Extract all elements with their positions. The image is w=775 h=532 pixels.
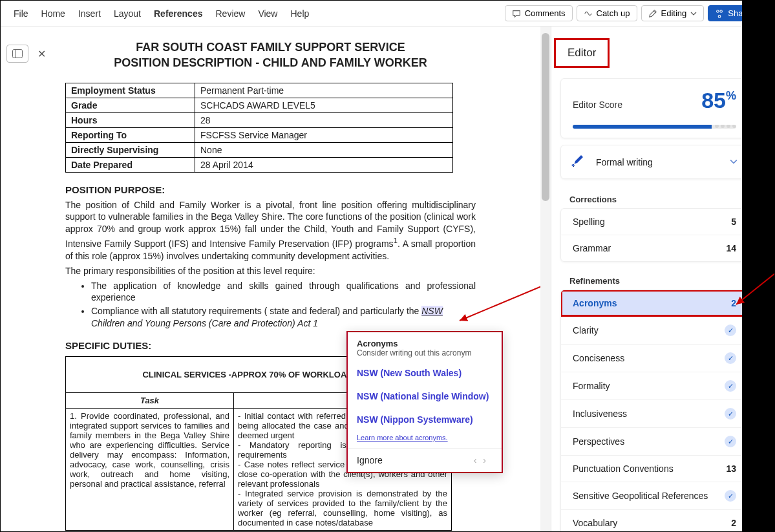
menu-references[interactable]: References bbox=[147, 5, 209, 23]
next-icon[interactable]: › bbox=[483, 455, 493, 465]
chevron-down-icon bbox=[690, 10, 697, 17]
comments-label: Comments bbox=[525, 8, 566, 18]
menu-file[interactable]: File bbox=[7, 5, 35, 23]
document-scrollbar[interactable] bbox=[540, 27, 551, 531]
correction-grammar[interactable]: Grammar14 bbox=[561, 235, 748, 261]
pencil-icon bbox=[648, 9, 657, 18]
check-icon: ✓ bbox=[725, 490, 736, 502]
check-icon: ✓ bbox=[725, 408, 736, 420]
fountain-pen-icon bbox=[571, 153, 587, 171]
popup-learn-more[interactable]: Learn more about acronyms. bbox=[348, 431, 502, 448]
check-icon: ✓ bbox=[725, 380, 736, 392]
comments-button[interactable]: Comments bbox=[505, 5, 573, 21]
corrections-label: Corrections bbox=[551, 189, 758, 208]
popup-ignore[interactable]: Ignore ‹› bbox=[348, 448, 502, 472]
acronym-suggestion-popup: Acronyms Consider writing out this acron… bbox=[346, 331, 503, 473]
writing-style-label: Formal writing bbox=[596, 157, 653, 167]
row-handle-icon[interactable]: ⋮⋮ bbox=[52, 414, 55, 422]
score-value: 85% bbox=[701, 88, 736, 113]
score-bar bbox=[573, 125, 736, 129]
menu-view[interactable]: View bbox=[251, 5, 284, 23]
editor-score-card[interactable]: Editor Score 85% bbox=[560, 78, 748, 138]
doc-title: FAR SOUTH COAST FAMILY SUPPORT SERVICE P… bbox=[65, 39, 476, 71]
popup-header: Acronyms Consider writing out this acron… bbox=[348, 332, 502, 361]
document-area: ✕ FAR SOUTH COAST FAMILY SUPPORT SERVICE… bbox=[1, 27, 551, 531]
bullet-item: Compliance with all statutory requiremen… bbox=[91, 305, 476, 330]
catchup-label: Catch up bbox=[597, 8, 630, 18]
prev-icon[interactable]: ‹ bbox=[474, 455, 483, 465]
acronym-option[interactable]: NSW (New South Wales) bbox=[348, 361, 502, 385]
popup-subtitle: Consider writing out this acronym bbox=[357, 348, 493, 357]
info-label: Date Prepared bbox=[66, 157, 195, 172]
menu-layout[interactable]: Layout bbox=[107, 5, 147, 23]
info-label: Employment Status bbox=[66, 83, 195, 98]
menu-help[interactable]: Help bbox=[284, 5, 315, 23]
refinement-sensitive-geopolitical-references[interactable]: Sensitive Geopolitical References✓ bbox=[561, 482, 748, 509]
info-label: Directly Supervising bbox=[66, 142, 195, 157]
acronym-option[interactable]: NSW (Nippon Systemware) bbox=[348, 408, 502, 431]
check-icon: ✓ bbox=[725, 352, 736, 364]
editing-label: Editing bbox=[661, 8, 687, 18]
info-value: Permanent Part-time bbox=[195, 83, 453, 98]
responsibilities-line: The primary responsibilities of the posi… bbox=[65, 265, 476, 277]
chevron-down-icon bbox=[730, 157, 738, 167]
refinement-punctuation-conventions[interactable]: Punctuation Conventions13 bbox=[561, 455, 748, 482]
refinement-formality[interactable]: Formality✓ bbox=[561, 372, 748, 399]
flagged-acronym[interactable]: NSW bbox=[421, 306, 443, 316]
row-handle-icon[interactable]: ⋮⋮ bbox=[52, 502, 55, 510]
check-icon: ✓ bbox=[725, 436, 736, 447]
document-page[interactable]: FAR SOUTH COAST FAMILY SUPPORT SERVICE P… bbox=[52, 27, 540, 531]
refinement-vocabulary[interactable]: Vocabulary2 bbox=[561, 509, 748, 532]
info-label: Grade bbox=[66, 98, 195, 112]
info-value: 28 bbox=[195, 112, 453, 127]
writing-style-selector[interactable]: Formal writing bbox=[560, 145, 748, 179]
refinement-perspectives[interactable]: Perspectives✓ bbox=[561, 427, 748, 455]
info-value: None bbox=[195, 142, 453, 157]
info-value: 28 April 2014 bbox=[195, 157, 453, 172]
popup-title: Acronyms bbox=[357, 339, 493, 348]
task-header: Task bbox=[66, 393, 234, 409]
purpose-paragraph: The position of Child and Family Worker … bbox=[65, 199, 476, 262]
ignore-label: Ignore bbox=[357, 455, 383, 465]
refinement-acronyms[interactable]: Acronyms2 bbox=[561, 290, 748, 316]
correction-spelling[interactable]: Spelling5 bbox=[561, 209, 748, 235]
catchup-button[interactable]: Catch up bbox=[577, 5, 637, 21]
dead-area bbox=[742, 1, 774, 531]
bullet-item: The application of knowledge and skills … bbox=[91, 280, 476, 304]
share-icon bbox=[715, 9, 724, 18]
info-table: Employment StatusPermanent Part-timeGrad… bbox=[65, 83, 453, 173]
catchup-icon bbox=[584, 9, 593, 18]
editor-header: Editor ✕ bbox=[551, 38, 758, 74]
close-icon[interactable]: ✕ bbox=[37, 48, 46, 60]
responsibility-bullets: The application of knowledge and skills … bbox=[65, 280, 476, 330]
editor-panel: Editor ✕ Editor Score 85% Formal writing bbox=[551, 27, 774, 531]
check-icon: ✓ bbox=[725, 325, 736, 336]
editor-title: Editor bbox=[554, 38, 610, 68]
scrollbar-thumb[interactable] bbox=[542, 33, 549, 201]
comment-icon bbox=[512, 9, 521, 18]
refinement-inclusiveness[interactable]: Inclusiveness✓ bbox=[561, 399, 748, 427]
info-value: FSCFSS Service Manager bbox=[195, 127, 453, 142]
doc-gutter: ✕ bbox=[1, 27, 52, 531]
menu-review[interactable]: Review bbox=[209, 5, 251, 23]
menu-bar: FileHomeInsertLayoutReferencesReviewView… bbox=[1, 1, 774, 27]
info-label: Hours bbox=[66, 112, 195, 127]
svg-rect-0 bbox=[13, 50, 23, 58]
menu-insert[interactable]: Insert bbox=[72, 5, 107, 23]
corrections-list: Spelling5Grammar14 bbox=[560, 208, 748, 262]
nav-pane-toggle[interactable] bbox=[6, 45, 28, 63]
editing-mode-button[interactable]: Editing bbox=[641, 5, 705, 21]
info-label: Reporting To bbox=[66, 127, 195, 142]
menu-home[interactable]: Home bbox=[35, 5, 72, 23]
refinement-clarity[interactable]: Clarity✓ bbox=[561, 316, 748, 344]
app-body: ✕ FAR SOUTH COAST FAMILY SUPPORT SERVICE… bbox=[1, 27, 774, 531]
purpose-heading: POSITION PURPOSE: bbox=[65, 184, 476, 195]
acronym-option[interactable]: NSW (National Single Window) bbox=[348, 385, 502, 408]
refinements-label: Refinements bbox=[551, 271, 758, 290]
refinements-list: Acronyms2Clarity✓Conciseness✓Formality✓I… bbox=[560, 290, 748, 532]
title-line-2: POSITION DESCRIPTION - CHILD AND FAMILY … bbox=[65, 55, 476, 70]
duties-left: 1. Provide coordinated, professional, an… bbox=[66, 409, 234, 531]
refinement-conciseness[interactable]: Conciseness✓ bbox=[561, 344, 748, 372]
title-line-1: FAR SOUTH COAST FAMILY SUPPORT SERVICE bbox=[65, 39, 476, 55]
info-value: SCHCADS AWARD LEVEL5 bbox=[195, 98, 453, 112]
